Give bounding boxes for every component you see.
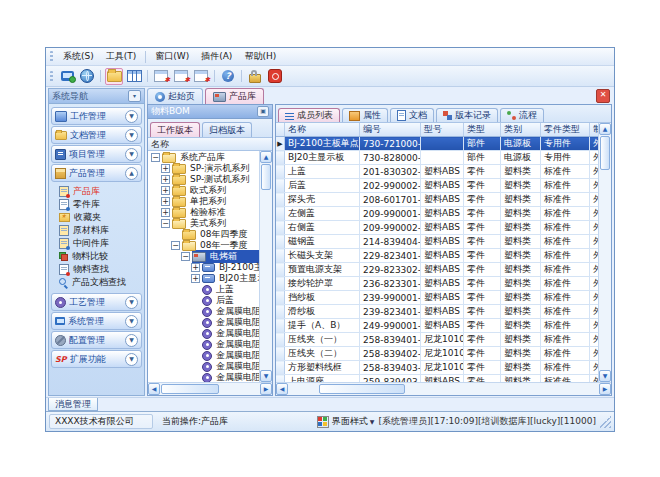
scroll-thumb[interactable] — [261, 164, 271, 190]
expand-plus-icon[interactable]: + — [191, 263, 200, 272]
sidebar-item[interactable]: 收藏夹 — [57, 211, 142, 224]
column-header-4[interactable]: 类型 — [464, 123, 501, 137]
sidebar-item[interactable]: 产品文档查找 — [57, 276, 142, 289]
scroll-track[interactable] — [220, 383, 260, 395]
scroll-down-icon[interactable]: ▼ — [260, 370, 272, 382]
pin-icon[interactable]: ▣ — [257, 106, 269, 117]
collapse-minus-icon[interactable]: − — [181, 252, 190, 261]
toolbar-button-lock[interactable] — [246, 68, 264, 85]
sidebar-item[interactable]: 物料比较 — [57, 250, 142, 263]
tree-column-header[interactable]: 名称 — [148, 138, 272, 151]
menu-item[interactable]: 插件(A) — [195, 49, 238, 64]
sidebar-group-1[interactable]: 工作管理▼ — [51, 107, 142, 125]
chevron-down-icon[interactable]: ▼ — [125, 296, 138, 309]
expand-plus-icon[interactable]: + — [161, 197, 170, 206]
toolbar-button-folder[interactable] — [105, 68, 123, 85]
collapse-minus-icon[interactable]: − — [161, 219, 170, 228]
sidebar-item[interactable]: 物料查找 — [57, 263, 142, 276]
close-tab-icon[interactable]: ✕ — [596, 89, 610, 103]
toolbar-button-form-badge-1[interactable] — [152, 68, 170, 85]
chevron-down-icon[interactable]: ▼ — [125, 334, 138, 347]
table-row[interactable]: 长磁头支架229-823401-00I塑料ABS零件塑料类标准件外协条 — [276, 249, 598, 263]
table-row[interactable]: 滑纱板239-823401-00I塑料ABS零件塑料类标准件外协条 — [276, 305, 598, 319]
expand-plus-icon[interactable]: + — [191, 274, 200, 283]
table-row[interactable]: 提手（A、B）249-990001-01I塑料ABS零件塑料类标准件外协条 — [276, 319, 598, 333]
scroll-track[interactable] — [260, 191, 272, 370]
scroll-right-icon[interactable]: ▶ — [599, 383, 611, 395]
table-row[interactable]: 上盖201-830302-00I塑料ABS零件塑料类标准件外协条 — [276, 165, 598, 179]
sidebar-item[interactable]: 原材料库 — [57, 224, 142, 237]
table-row[interactable]: 上电源座259-839403-00I塑料ABS零件塑料类标准件外协条 — [276, 375, 598, 383]
tree-horizontal-scrollbar[interactable]: ◀ ▶ — [148, 382, 272, 395]
sidebar-group-6[interactable]: 系统管理▼ — [51, 312, 142, 330]
sidebar-group-3[interactable]: 项目管理▼ — [51, 145, 142, 163]
sidebar-item[interactable]: 产品库 — [57, 185, 142, 198]
toolbar-button-help[interactable]: ? — [219, 68, 237, 85]
chevron-down-icon[interactable]: ▼ — [125, 110, 138, 123]
scroll-right-icon[interactable]: ▶ — [260, 383, 272, 395]
version-tab-2[interactable]: 归档版本 — [202, 122, 252, 137]
column-header-3[interactable]: 型号 — [421, 123, 464, 137]
sidebar-group-5[interactable]: 工艺管理▼ — [51, 293, 142, 311]
sidebar-group-7[interactable]: 配置管理▼ — [51, 331, 142, 349]
table-row[interactable]: ▶BJ-2100主板单点730-721000-12I部件电源板专用件外协颗 — [276, 137, 598, 151]
member-tab-2[interactable]: 属性 — [342, 108, 388, 122]
menu-item[interactable]: 帮助(H) — [238, 49, 282, 64]
sidebar-group-8[interactable]: SP扩展功能▼ — [51, 350, 142, 368]
chevron-up-icon[interactable]: ▲ — [125, 167, 138, 180]
column-header-6[interactable]: 零件类型 — [541, 123, 590, 137]
sidebar-item[interactable]: 零件库 — [57, 198, 142, 211]
member-tab-3[interactable]: 文档 — [390, 108, 434, 122]
doc-tab-1[interactable]: 起始页 — [147, 88, 203, 104]
expand-plus-icon[interactable]: + — [161, 164, 170, 173]
table-row[interactable]: 压线夹（二）258-839402-00I尼龙1010零件塑料类标准件外协条 — [276, 347, 598, 361]
table-row[interactable]: 预置电源支架229-823302-00I塑料ABS零件塑料类标准件外协条 — [276, 263, 598, 277]
table-row[interactable]: 右侧盖209-990002-01I塑料ABS零件塑料类标准件外协条 — [276, 221, 598, 235]
toolbar-button-monitor[interactable] — [58, 68, 76, 85]
member-tab-1[interactable]: 成员列表 — [278, 108, 340, 122]
sidebar-group-4[interactable]: 产品管理▲ — [51, 164, 142, 182]
toolbar-button-stop[interactable] — [266, 68, 284, 85]
table-row[interactable]: 方形塑料线框258-839403-00I尼龙1010零件塑料类标准件外协条 — [276, 361, 598, 375]
scroll-track[interactable] — [288, 383, 318, 395]
scroll-thumb[interactable] — [600, 136, 610, 170]
scroll-down-icon[interactable]: ▼ — [599, 370, 611, 382]
expand-plus-icon[interactable]: + — [161, 186, 170, 195]
menu-item[interactable]: 窗口(W) — [149, 49, 195, 64]
scroll-thumb[interactable] — [161, 384, 219, 394]
column-header-5[interactable]: 类别 — [501, 123, 541, 137]
table-row[interactable]: 磁钢盖214-839404-01I塑料ABS零件塑料类标准件外协条 — [276, 235, 598, 249]
menu-item[interactable]: 工具(T) — [100, 49, 143, 64]
sidebar-group-2[interactable]: 文档管理▼ — [51, 126, 142, 144]
message-manager-tab[interactable]: 消息管理 — [48, 398, 98, 411]
tree-item[interactable]: 金属膜电阻器 — [148, 372, 259, 382]
toolbar-button-grid[interactable] — [125, 68, 143, 85]
column-header-1[interactable]: 名称 — [285, 123, 360, 137]
table-vertical-scrollbar[interactable]: ▲ ▼ — [598, 123, 611, 382]
column-header-7[interactable]: 制造方式 — [590, 123, 599, 137]
toolbar-button-form-badge-3[interactable] — [192, 68, 210, 85]
scroll-up-icon[interactable]: ▲ — [260, 151, 272, 163]
member-tab-5[interactable]: 流程 — [500, 108, 544, 122]
table-row[interactable]: 挡纱板239-990001-01I塑料ABS零件塑料类标准件外协条 — [276, 291, 598, 305]
chevron-down-icon[interactable]: ▼ — [125, 315, 138, 328]
tree-vertical-scrollbar[interactable]: ▲ ▼ — [259, 151, 272, 382]
scroll-left-icon[interactable]: ◀ — [148, 383, 160, 395]
scroll-up-icon[interactable]: ▲ — [599, 123, 611, 135]
chevron-down-icon[interactable]: ▼ — [125, 129, 138, 142]
scroll-track[interactable] — [599, 171, 611, 370]
resize-grip[interactable] — [599, 416, 611, 428]
toolbar-grip[interactable] — [50, 71, 53, 82]
table-row[interactable]: 左侧盖209-990001-01I塑料ABS零件塑料类标准件外协条 — [276, 207, 598, 221]
expand-plus-icon[interactable]: + — [161, 175, 170, 184]
column-header-2[interactable]: 编号 — [360, 123, 421, 137]
menu-item[interactable]: 系统(S) — [57, 49, 100, 64]
interface-style-dropdown[interactable]: 界面样式 ▼ — [317, 415, 375, 428]
version-tab-1[interactable]: 工作版本 — [150, 122, 200, 137]
table-horizontal-scrollbar[interactable]: ◀ ▶ — [276, 382, 611, 395]
table-row[interactable]: 探头壳208-601701-01I塑料ABS零件塑料类标准件外协条 — [276, 193, 598, 207]
member-tab-4[interactable]: 版本记录 — [436, 108, 498, 122]
scroll-thumb[interactable] — [319, 384, 405, 394]
menu-grip[interactable] — [50, 51, 53, 62]
chevron-down-icon[interactable]: ▼ — [125, 148, 138, 161]
